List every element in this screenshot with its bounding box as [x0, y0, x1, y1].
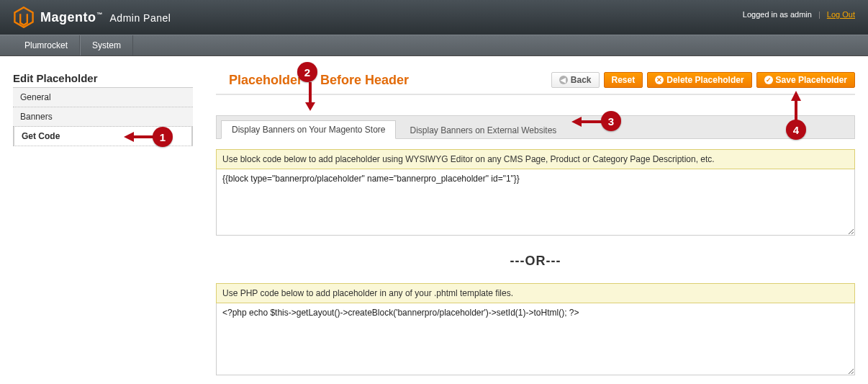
sidebar-item-general[interactable]: General: [13, 88, 193, 107]
svg-marker-4: [571, 117, 582, 127]
callout-1: 1: [153, 127, 173, 147]
panel-label: Admin Panel: [110, 12, 171, 24]
separator: |: [818, 10, 820, 19]
php-code-textarea[interactable]: [216, 303, 855, 375]
action-buttons: ◀ Back Reset ✕ Delete Placeholder ✓ Save…: [551, 72, 855, 88]
callout-2: 2: [297, 62, 317, 82]
main-menu: Plumrocket System: [0, 35, 868, 56]
logo: Magento™ Admin Panel: [13, 6, 171, 28]
sidebar-item-banners[interactable]: Banners: [13, 107, 193, 127]
svg-marker-2: [305, 102, 315, 111]
check-icon: ✓: [764, 76, 773, 84]
logout-link[interactable]: Log Out: [827, 10, 855, 19]
tab-content: Use block code below to add placeholder …: [216, 139, 855, 378]
callout-4: 4: [786, 120, 806, 140]
logged-in-label: Logged in as admin: [743, 10, 812, 19]
or-separator: ---OR---: [216, 254, 855, 269]
menu-item-plumrocket[interactable]: Plumrocket: [13, 35, 80, 55]
callout-3: 3: [601, 111, 621, 131]
sidebar-title: Edit Placeholder: [13, 72, 193, 88]
back-button-label: Back: [571, 75, 592, 85]
header-user-info: Logged in as admin | Log Out: [743, 10, 855, 19]
svg-marker-6: [791, 91, 801, 101]
brand-name: Magento™ Admin Panel: [40, 10, 171, 25]
callout-3-arrow-icon: [571, 117, 603, 127]
callout-4-arrow-icon: [791, 91, 801, 121]
callout-2-arrow-icon: [305, 82, 315, 111]
back-arrow-icon: ◀: [559, 76, 568, 84]
tab-bar: Display Banners on Your Magento Store Di…: [216, 115, 855, 139]
sidebar: Edit Placeholder General Banners Get Cod…: [13, 72, 193, 378]
delete-button-label: Delete Placeholder: [666, 75, 743, 85]
tab-display-external-websites[interactable]: Display Banners on External Websites: [399, 121, 567, 139]
delete-icon: ✕: [655, 76, 664, 84]
php-code-note: Use PHP code below to add placeholder in…: [216, 283, 855, 303]
callout-1-arrow-icon: [124, 132, 154, 142]
magento-logo-icon: [13, 6, 35, 28]
reset-button-label: Reset: [612, 75, 636, 85]
page-title: Placeholder Before Header: [229, 73, 409, 88]
tab-display-magento-store[interactable]: Display Banners on Your Magento Store: [221, 120, 396, 139]
main-content: Placeholder Before Header ◀ Back Reset ✕…: [216, 72, 855, 378]
svg-marker-8: [124, 132, 134, 142]
block-code-note: Use block code below to add placeholder …: [216, 149, 855, 169]
menu-item-system[interactable]: System: [80, 35, 133, 55]
back-button[interactable]: ◀ Back: [551, 72, 600, 88]
delete-placeholder-button[interactable]: ✕ Delete Placeholder: [647, 72, 751, 88]
reset-button[interactable]: Reset: [604, 72, 643, 88]
admin-header: Magento™ Admin Panel Logged in as admin …: [0, 0, 868, 35]
block-code-textarea[interactable]: [216, 169, 855, 236]
save-button-label: Save Placeholder: [776, 75, 847, 85]
save-placeholder-button[interactable]: ✓ Save Placeholder: [756, 72, 855, 88]
